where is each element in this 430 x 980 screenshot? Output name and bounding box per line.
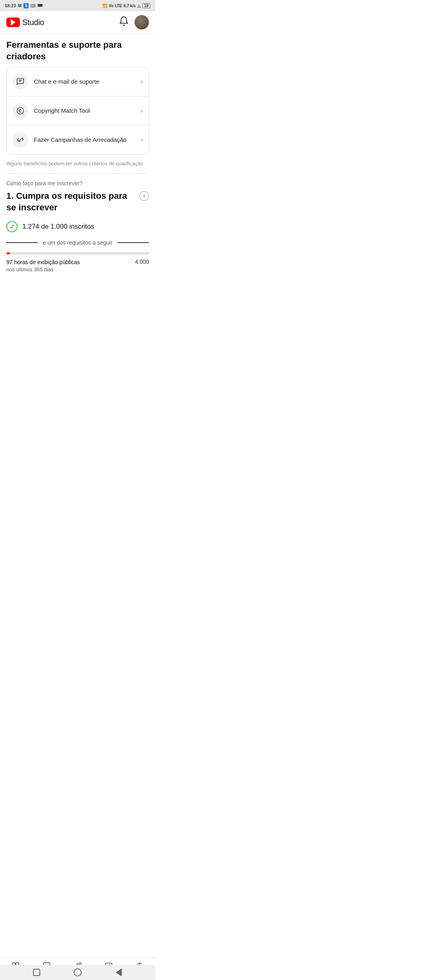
avatar[interactable]: [135, 15, 149, 29]
check-mark: ✓: [10, 223, 15, 231]
progress-days: nos últimos 365 dias: [6, 267, 80, 272]
copyright-item[interactable]: c Copyright Match Tool ›: [7, 96, 149, 125]
main-content: Ferramentas e suporte para criadores Cha…: [0, 34, 155, 272]
divider: [6, 173, 149, 174]
progress-bar-wrap: [6, 252, 149, 255]
progress-target: 4.000: [135, 259, 149, 265]
info-note: Alguns benefícios podem ter outros crité…: [6, 160, 149, 168]
info-circle-icon[interactable]: i: [139, 191, 149, 201]
top-right-actions: [119, 15, 149, 29]
studio-logo-text: Studio: [22, 18, 44, 27]
campaigns-item[interactable]: Fazer Campanhas de Arrecadação ›: [7, 125, 149, 154]
campaigns-chevron-icon: ›: [141, 136, 143, 144]
progress-left: 97 horas de exibição públicas nos último…: [6, 259, 80, 272]
progress-bar-fill: [6, 252, 10, 255]
section-title: Ferramentas e suporte para criadores: [6, 34, 149, 67]
copyright-icon: c: [16, 106, 25, 115]
or-line-left: [6, 242, 38, 243]
or-text: e um dos requisitos a seguir: [43, 239, 112, 246]
progress-label-row: 97 horas de exibição públicas nos último…: [6, 259, 149, 272]
avatar-image: [135, 15, 149, 29]
top-bar: Studio: [0, 11, 155, 34]
chat-chevron-icon: ›: [141, 78, 143, 86]
play-triangle: [11, 19, 16, 25]
chat-support-item[interactable]: Chat e e-mail de suporte ›: [7, 67, 149, 96]
check-circle-icon: ✓: [6, 221, 18, 232]
status-icons: 📶 Vo LTE 6,7 k/s △ 19: [102, 3, 150, 8]
svg-text:c: c: [19, 109, 21, 113]
step-heading: 1. Cumpra os requisitos para se inscreve…: [6, 190, 149, 213]
subscriber-row: ✓ 1.274 de 1.000 inscritos: [6, 221, 149, 232]
status-time: 18:23 M S (()) ⌨: [5, 3, 43, 8]
campaigns-icon-wrap: [12, 132, 28, 148]
progress-hours: 97 horas de exibição públicas: [6, 259, 80, 267]
copyright-chevron-icon: ›: [141, 107, 143, 115]
campaigns-label: Fazer Campanhas de Arrecadação: [34, 136, 137, 144]
handshake-icon: [16, 135, 25, 144]
bell-icon[interactable]: [119, 16, 129, 29]
copyright-label: Copyright Match Tool: [34, 107, 137, 115]
or-divider: e um dos requisitos a seguir: [6, 239, 149, 246]
status-bar: 18:23 M S (()) ⌨ 📶 Vo LTE 6,7 k/s △ 19: [0, 0, 155, 11]
svg-rect-0: [17, 78, 24, 84]
chat-icon-wrap: [12, 74, 28, 90]
chat-icon: [16, 77, 25, 86]
step-title-text: 1. Cumpra os requisitos para se inscreve…: [6, 190, 135, 213]
copyright-icon-wrap: c: [12, 103, 28, 119]
subscriber-count: 1.274 de 1.000 inscritos: [22, 223, 94, 231]
logo-area: Studio: [6, 18, 44, 27]
chat-support-label: Chat e e-mail de suporte: [34, 78, 137, 86]
tools-card: Chat e e-mail de suporte › c Copyright M…: [6, 67, 149, 155]
youtube-logo-icon: [6, 18, 20, 27]
subscribe-question: Como faço para me inscrever?: [6, 180, 149, 186]
progress-section: 97 horas de exibição públicas nos último…: [6, 252, 149, 272]
or-line-right: [117, 242, 149, 243]
